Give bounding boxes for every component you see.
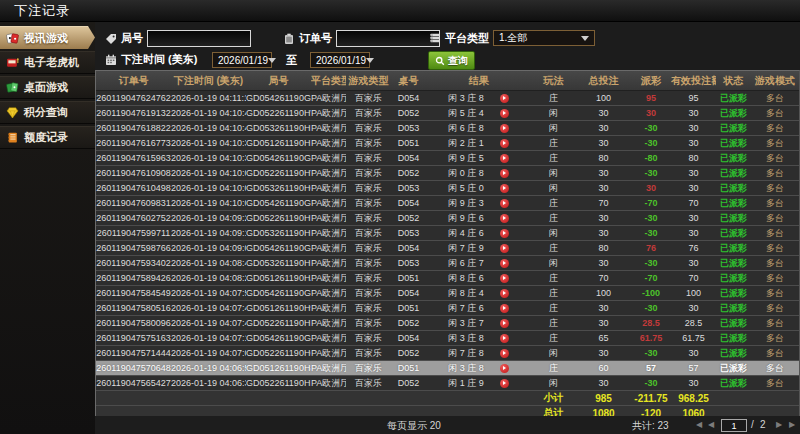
replay-video-icon[interactable]	[500, 124, 509, 133]
sidebar-item-points-query[interactable]: 积分查询	[0, 101, 95, 124]
col-round[interactable]: 局号	[246, 71, 311, 91]
replay-video-icon[interactable]	[500, 139, 509, 148]
replay-video-icon[interactable]	[500, 259, 509, 268]
prev-page-icon[interactable]: ◀	[708, 419, 714, 431]
replay-video-icon[interactable]	[500, 274, 509, 283]
col-game[interactable]: 游戏类型	[346, 71, 391, 91]
cell-valid-bet: 30	[671, 136, 716, 151]
sidebar-item-video-games[interactable]: 视讯游戏	[0, 26, 95, 49]
col-order[interactable]: 订单号	[96, 71, 171, 91]
col-valid-bet[interactable]: 有效投注额	[671, 71, 716, 91]
first-page-icon[interactable]: ◀	[696, 419, 702, 431]
replay-video-icon[interactable]	[500, 94, 509, 103]
cell-round: GD054261190GP	[246, 91, 311, 106]
title-bar: 下注记录	[0, 0, 800, 22]
replay-video-icon[interactable]	[500, 349, 509, 358]
cell-table: D051	[391, 361, 426, 376]
next-page-icon[interactable]: ▶	[776, 419, 782, 431]
last-page-icon[interactable]: ▶	[789, 419, 795, 431]
platform-type-select[interactable]: 1.全部	[493, 30, 595, 46]
col-result[interactable]: 结果	[426, 71, 531, 91]
cell-table: D051	[391, 301, 426, 316]
date-from-select[interactable]: 2026/01/19	[212, 52, 272, 68]
col-mode[interactable]: 游戏模式	[751, 71, 799, 91]
table-row[interactable]: 2601190476098312026-01-19 04:10:02GD0542…	[96, 196, 799, 211]
round-number-input[interactable]	[147, 30, 251, 47]
table-row[interactable]: 2601190475714442026-01-19 04:07:01GD0522…	[96, 346, 799, 361]
table-row[interactable]: 2601190475934022026-01-19 04:08:42GD0532…	[96, 256, 799, 271]
col-table[interactable]: 桌号	[391, 71, 426, 91]
cell-result: 闲 6 庄 7	[426, 256, 531, 271]
replay-video-icon[interactable]	[500, 214, 509, 223]
replay-video-icon[interactable]	[500, 154, 509, 163]
order-number-input[interactable]	[336, 30, 440, 47]
replay-video-icon[interactable]	[500, 304, 509, 313]
sidebar-item-table-games[interactable]: 桌面游戏	[0, 76, 95, 99]
table-row[interactable]: 2601190476247622026-01-19 04:11:17GD0542…	[96, 91, 799, 106]
table-row[interactable]: 2601190475805162026-01-19 04:07:44GD0512…	[96, 301, 799, 316]
cell-valid-bet: 95	[671, 91, 716, 106]
date-to-select[interactable]: 2026/01/19	[310, 52, 370, 68]
col-status[interactable]: 状态	[716, 71, 751, 91]
replay-video-icon[interactable]	[500, 289, 509, 298]
replay-video-icon[interactable]	[500, 184, 509, 193]
cell-time: 2026-01-19 04:09:28	[171, 211, 246, 226]
replay-video-icon[interactable]	[500, 199, 509, 208]
cell-status: 已派彩	[716, 361, 751, 376]
cell-round: GD052261190HQ	[246, 346, 311, 361]
sidebar-item-slots[interactable]: 电子老虎机	[0, 51, 95, 74]
replay-video-icon[interactable]	[500, 319, 509, 328]
table-row[interactable]: 2601190475751632026-01-19 04:07:16GD0542…	[96, 331, 799, 346]
cell-game: 百家乐	[346, 256, 391, 271]
cell-game: 百家乐	[346, 181, 391, 196]
table-row[interactable]: 2601190475654272026-01-19 04:06:32GD0522…	[96, 376, 799, 391]
table-row[interactable]: 2601190475894262026-01-19 04:08:25GD0512…	[96, 271, 799, 286]
cell-table: D053	[391, 256, 426, 271]
col-payout[interactable]: 派彩	[631, 71, 671, 91]
table-row[interactable]: 2601190475845492026-01-19 04:07:59GD0542…	[96, 286, 799, 301]
replay-video-icon[interactable]	[500, 229, 509, 238]
cell-result: 闲 9 庄 5	[426, 151, 531, 166]
page-number-input[interactable]	[721, 419, 747, 432]
cell-status: 已派彩	[716, 286, 751, 301]
table-row[interactable]: 2601190476027522026-01-19 04:09:28GD0522…	[96, 211, 799, 226]
cell-play: 庄	[531, 361, 576, 376]
cell-payout: -30	[631, 226, 671, 241]
table-row[interactable]: 2601190476188222026-01-19 04:10:47GD0532…	[96, 121, 799, 136]
table-row[interactable]: 2601190476191322026-01-19 04:10:49GD0522…	[96, 106, 799, 121]
cell-round: GD052261190HR	[246, 316, 311, 331]
col-total-bet[interactable]: 总投注	[576, 71, 631, 91]
search-button[interactable]: 查询	[428, 51, 475, 70]
col-platform[interactable]: 平台类型	[311, 71, 346, 91]
cell-platform: PA欧洲厅	[311, 361, 346, 376]
table-row[interactable]: 2601190476104982026-01-19 04:10:05GD0532…	[96, 181, 799, 196]
replay-video-icon[interactable]	[500, 244, 509, 253]
replay-video-icon[interactable]	[500, 334, 509, 343]
table-row[interactable]: 2601190475800962026-01-19 04:07:42GD0522…	[96, 316, 799, 331]
replay-video-icon[interactable]	[500, 364, 509, 373]
cell-status: 已派彩	[716, 106, 751, 121]
cell-result: 闲 9 庄 6	[426, 211, 531, 226]
sidebar-item-quota-records[interactable]: 额度记录	[0, 126, 95, 149]
table-row[interactable]: 2601190476167732026-01-19 04:10:36GD0512…	[96, 136, 799, 151]
cell-play: 闲	[531, 346, 576, 361]
platform-list-icon	[429, 32, 441, 44]
cell-table: D054	[391, 241, 426, 256]
cell-payout: -70	[631, 271, 671, 286]
table-row[interactable]: 2601190475706482026-01-19 04:06:58GD0512…	[96, 361, 799, 376]
cell-mode: 多台	[751, 271, 799, 286]
cell-table: D053	[391, 226, 426, 241]
table-row[interactable]: 2601190475997112026-01-19 04:09:13GD0532…	[96, 226, 799, 241]
cell-valid-bet: 100	[671, 286, 716, 301]
table-row[interactable]: 2601190476109082026-01-19 04:10:07GD0522…	[96, 166, 799, 181]
table-row[interactable]: 2601190475987662026-01-19 04:09:08GD0542…	[96, 241, 799, 256]
cell-payout: -30	[631, 346, 671, 361]
replay-video-icon[interactable]	[500, 109, 509, 118]
col-play[interactable]: 玩法	[531, 71, 576, 91]
cell-mode: 多台	[751, 211, 799, 226]
replay-video-icon[interactable]	[500, 169, 509, 178]
table-row[interactable]: 2601190476159632026-01-19 04:10:33GD0542…	[96, 151, 799, 166]
replay-video-icon[interactable]	[500, 379, 509, 388]
col-time[interactable]: 下注时间 (美东)	[171, 71, 246, 91]
cell-game: 百家乐	[346, 166, 391, 181]
